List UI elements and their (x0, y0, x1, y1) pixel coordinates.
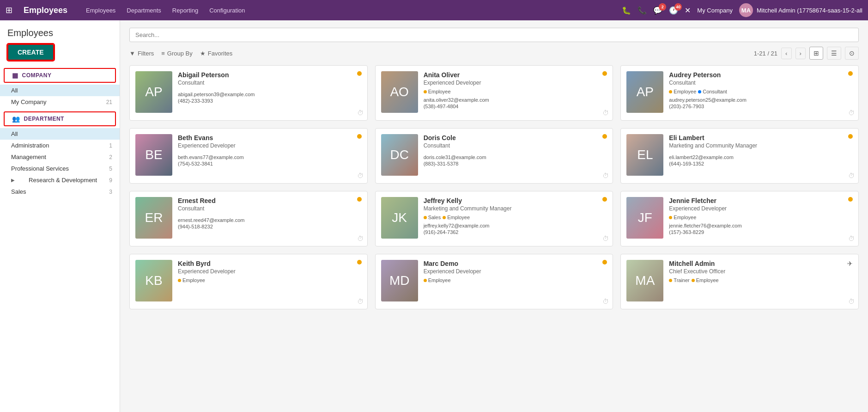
employee-tag: Employee (178, 277, 205, 283)
sidebar-item-sales[interactable]: Sales 3 (0, 186, 120, 197)
online-status-dot (357, 197, 362, 202)
chat-icon[interactable]: 💬 2 (653, 6, 662, 15)
prev-page-button[interactable]: ‹ (781, 48, 791, 59)
employee-phone: (538)-497-4804 (424, 104, 607, 109)
employee-card[interactable]: ER Ernest Reed Consultant ernest.reed47@… (129, 191, 368, 246)
employee-info: Anita Oliver Experienced Developer Emplo… (424, 71, 607, 115)
search-input[interactable] (129, 28, 859, 42)
employee-phone: (916)-264-7362 (424, 229, 607, 235)
employee-avatar: EL (626, 134, 663, 176)
clock-icon: ⏱ (357, 298, 364, 305)
my-company-count: 21 (106, 99, 112, 105)
toolbar: ▼ Filters ≡ Group By ★ Favorites 1-21 / … (129, 47, 859, 60)
group-by-button[interactable]: ≡ Group By (161, 50, 193, 57)
employee-photo: JK (381, 197, 418, 239)
employee-tag: Employee (692, 277, 719, 283)
company-name[interactable]: My Company (697, 7, 733, 14)
settings-icon[interactable]: ✕ (685, 6, 691, 15)
employee-avatar: JK (381, 197, 418, 239)
online-status-dot (357, 71, 362, 76)
employee-card[interactable]: AP Abigail Peterson Consultant abigail.p… (129, 65, 368, 121)
employee-photo: MD (381, 260, 418, 301)
employee-info: Keith Byrd Experienced Developer Employe… (178, 260, 362, 303)
sidebar-item-professional-services[interactable]: Professional Services 5 (0, 163, 120, 174)
sidebar-item-dept-all[interactable]: All (0, 128, 120, 140)
sidebar-item-my-company[interactable]: My Company 21 (0, 96, 120, 108)
employee-card[interactable]: AP Audrey Peterson Consultant Employee C… (620, 65, 859, 121)
nav-configuration[interactable]: Configuration (209, 7, 245, 14)
employee-email: anita.oliver32@example.com (424, 97, 607, 103)
employee-card[interactable]: KB Keith Byrd Experienced Developer Empl… (129, 254, 368, 309)
employee-photo: AP (135, 71, 172, 113)
management-count: 2 (109, 154, 112, 160)
employee-title: Consultant (178, 80, 362, 86)
employee-email: eli.lambert22@example.com (669, 154, 853, 160)
nav-icons: 🐛 📞 💬 2 🕐 40 ✕ My Company MA Mitchell Ad… (622, 3, 862, 17)
employee-avatar: MA (626, 260, 663, 301)
other-view-button[interactable]: ⊙ (845, 47, 859, 60)
employee-name: Anita Oliver (424, 71, 607, 79)
employee-card[interactable]: MA Mitchell Admin Chief Executive Office… (620, 254, 859, 309)
company-section: ▦ COMPANY All My Company 21 (0, 68, 120, 108)
company-icon: ▦ (12, 72, 18, 79)
employee-card[interactable]: JF Jennie Fletcher Experienced Developer… (620, 191, 859, 246)
grid-view-button[interactable]: ⊞ (809, 47, 823, 60)
tag-dot (692, 279, 695, 282)
employee-title: Consultant (178, 205, 362, 212)
employee-phone: (883)-331-5378 (424, 161, 607, 166)
tag-dot (178, 279, 181, 282)
next-page-button[interactable]: › (795, 48, 806, 59)
department-section-header: 👥 DEPARTMENT (4, 111, 116, 126)
page-info: 1-21 / 21 (754, 50, 777, 57)
sidebar-item-research-development[interactable]: ▶ Research & Development 9 (0, 174, 120, 186)
employee-title: Consultant (424, 142, 607, 149)
phone-icon[interactable]: 📞 (637, 6, 647, 15)
employee-name: Jennie Fletcher (669, 197, 853, 204)
nav-departments[interactable]: Departments (127, 7, 161, 14)
sidebar-item-management[interactable]: Management 2 (0, 151, 120, 163)
employee-email: ernest.reed47@example.com (178, 217, 362, 223)
chat-badge: 2 (659, 3, 666, 11)
list-view-button[interactable]: ☰ (827, 47, 841, 60)
tag-dot (698, 90, 701, 93)
create-button[interactable]: CREATE (7, 44, 54, 61)
employee-tag: Employee (443, 215, 470, 220)
activity-icon[interactable]: 🕐 40 (669, 6, 678, 15)
clock-icon: ⏱ (848, 235, 855, 242)
favorites-button[interactable]: ★ Favorites (200, 50, 232, 57)
app-grid-icon[interactable]: ⊞ (6, 5, 12, 15)
employee-phone: (944)-518-8232 (178, 224, 362, 229)
bug-icon[interactable]: 🐛 (622, 6, 631, 15)
nav-reporting[interactable]: Reporting (172, 7, 198, 14)
top-navigation: ⊞ Employees Employees Departments Report… (0, 0, 868, 20)
sidebar-item-company-all[interactable]: All (0, 85, 120, 96)
employee-card[interactable]: AO Anita Oliver Experienced Developer Em… (375, 65, 613, 121)
employee-card[interactable]: BE Beth Evans Experienced Developer beth… (129, 128, 368, 184)
employee-card[interactable]: MD Marc Demo Experienced Developer Emplo… (375, 254, 613, 309)
employee-info: Abigail Peterson Consultant abigail.pete… (178, 71, 362, 115)
employee-email: doris.cole31@example.com (424, 154, 607, 160)
employee-phone: (203)-276-7903 (669, 104, 853, 109)
employee-tag: Employee (424, 277, 451, 283)
clock-icon: ⏱ (848, 172, 855, 179)
employee-tag: Employee (424, 89, 451, 94)
employee-info: Doris Cole Consultant doris.cole31@examp… (424, 134, 607, 178)
employee-avatar: JF (626, 197, 663, 239)
expand-arrow-icon: ▶ (11, 178, 15, 183)
employee-photo: DC (381, 134, 418, 176)
user-info[interactable]: MA Mitchell Admin (17758674-saas-15-2-al… (739, 3, 862, 17)
nav-employees[interactable]: Employees (86, 7, 115, 14)
sidebar-item-administration[interactable]: Administration 1 (0, 140, 120, 151)
filters-button[interactable]: ▼ Filters (129, 50, 154, 57)
department-section: 👥 DEPARTMENT All Administration 1 Manage… (0, 111, 120, 197)
employee-card[interactable]: JK Jeffrey Kelly Marketing and Community… (375, 191, 613, 246)
department-section-label: DEPARTMENT (24, 116, 64, 122)
online-status-dot (848, 71, 853, 76)
employee-info: Mitchell Admin Chief Executive Officer T… (669, 260, 853, 303)
employee-phone: (482)-233-3393 (178, 98, 362, 104)
app-title: Employees (24, 6, 67, 15)
employee-tags: Sales Employee (424, 215, 607, 220)
employee-card[interactable]: EL Eli Lambert Marketing and Community M… (620, 128, 859, 184)
employee-card[interactable]: DC Doris Cole Consultant doris.cole31@ex… (375, 128, 613, 184)
employee-name: Jeffrey Kelly (424, 197, 607, 204)
